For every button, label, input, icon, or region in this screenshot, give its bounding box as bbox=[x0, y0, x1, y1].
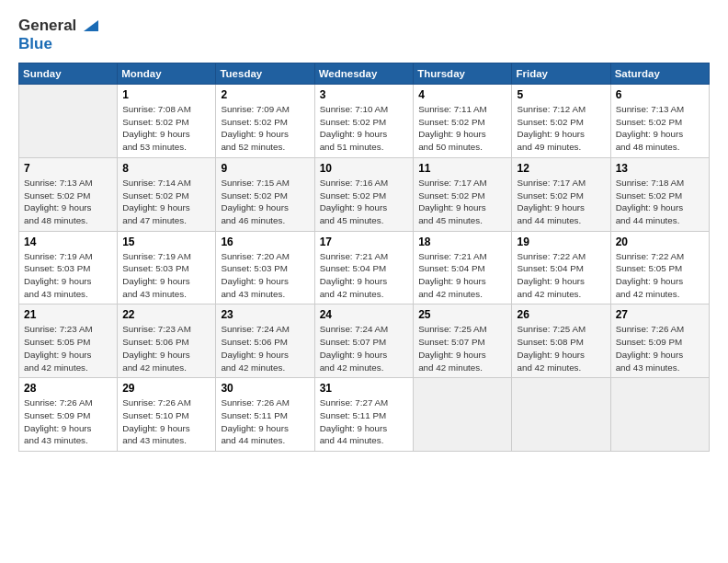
calendar-cell: 9Sunrise: 7:15 AMSunset: 5:02 PMDaylight… bbox=[216, 157, 314, 231]
day-number: 24 bbox=[320, 308, 409, 321]
logo-icon bbox=[78, 15, 98, 35]
week-row-4: 28Sunrise: 7:26 AMSunset: 5:09 PMDayligh… bbox=[19, 378, 710, 452]
day-info: Sunrise: 7:17 AMSunset: 5:02 PMDaylight:… bbox=[517, 177, 605, 227]
day-number: 28 bbox=[24, 382, 112, 395]
calendar-cell bbox=[512, 378, 610, 452]
calendar-cell: 29Sunrise: 7:26 AMSunset: 5:10 PMDayligh… bbox=[118, 378, 216, 452]
day-number: 30 bbox=[221, 382, 309, 395]
calendar-cell: 5Sunrise: 7:12 AMSunset: 5:02 PMDaylight… bbox=[512, 85, 610, 158]
logo-blue: Blue bbox=[18, 35, 52, 52]
day-info: Sunrise: 7:22 AMSunset: 5:05 PMDaylight:… bbox=[616, 250, 704, 301]
calendar-cell: 3Sunrise: 7:10 AMSunset: 5:02 PMDaylight… bbox=[314, 85, 414, 158]
day-info: Sunrise: 7:16 AMSunset: 5:02 PMDaylight:… bbox=[320, 177, 409, 227]
header-saturday: Saturday bbox=[610, 63, 709, 85]
day-info: Sunrise: 7:15 AMSunset: 5:02 PMDaylight:… bbox=[221, 177, 309, 227]
calendar-cell: 10Sunrise: 7:16 AMSunset: 5:02 PMDayligh… bbox=[314, 157, 414, 231]
header-row: SundayMondayTuesdayWednesdayThursdayFrid… bbox=[19, 63, 710, 85]
day-number: 15 bbox=[122, 236, 210, 248]
day-info: Sunrise: 7:25 AMSunset: 5:07 PMDaylight:… bbox=[418, 323, 506, 373]
day-number: 13 bbox=[616, 162, 704, 175]
calendar-cell: 2Sunrise: 7:09 AMSunset: 5:02 PMDaylight… bbox=[216, 85, 314, 158]
calendar-cell: 7Sunrise: 7:13 AMSunset: 5:02 PMDaylight… bbox=[19, 157, 118, 231]
day-number: 9 bbox=[221, 162, 309, 175]
day-info: Sunrise: 7:19 AMSunset: 5:03 PMDaylight:… bbox=[24, 250, 112, 301]
day-number: 2 bbox=[221, 88, 309, 101]
header-sunday: Sunday bbox=[19, 63, 118, 85]
day-info: Sunrise: 7:08 AMSunset: 5:02 PMDaylight:… bbox=[122, 103, 210, 154]
calendar-cell: 23Sunrise: 7:24 AMSunset: 5:06 PMDayligh… bbox=[216, 304, 314, 378]
day-number: 26 bbox=[517, 308, 605, 321]
header-thursday: Thursday bbox=[414, 63, 512, 85]
calendar-cell: 16Sunrise: 7:20 AMSunset: 5:03 PMDayligh… bbox=[216, 231, 314, 304]
day-info: Sunrise: 7:26 AMSunset: 5:09 PMDaylight:… bbox=[24, 396, 112, 447]
header: General Blue bbox=[18, 17, 710, 53]
day-info: Sunrise: 7:12 AMSunset: 5:02 PMDaylight:… bbox=[517, 103, 605, 154]
day-number: 6 bbox=[616, 88, 704, 101]
day-number: 23 bbox=[221, 308, 309, 321]
day-info: Sunrise: 7:11 AMSunset: 5:02 PMDaylight:… bbox=[418, 103, 506, 154]
day-info: Sunrise: 7:26 AMSunset: 5:10 PMDaylight:… bbox=[122, 396, 210, 447]
calendar-cell: 30Sunrise: 7:26 AMSunset: 5:11 PMDayligh… bbox=[216, 378, 314, 452]
day-info: Sunrise: 7:26 AMSunset: 5:09 PMDaylight:… bbox=[616, 323, 704, 373]
day-info: Sunrise: 7:27 AMSunset: 5:11 PMDaylight:… bbox=[320, 396, 409, 447]
header-monday: Monday bbox=[118, 63, 216, 85]
day-info: Sunrise: 7:22 AMSunset: 5:04 PMDaylight:… bbox=[517, 250, 605, 301]
calendar-header: SundayMondayTuesdayWednesdayThursdayFrid… bbox=[19, 63, 710, 85]
day-number: 3 bbox=[320, 88, 409, 101]
calendar-cell: 22Sunrise: 7:23 AMSunset: 5:06 PMDayligh… bbox=[118, 304, 216, 378]
day-info: Sunrise: 7:23 AMSunset: 5:05 PMDaylight:… bbox=[24, 323, 112, 373]
calendar-body: 1Sunrise: 7:08 AMSunset: 5:02 PMDaylight… bbox=[19, 85, 710, 452]
calendar-cell: 11Sunrise: 7:17 AMSunset: 5:02 PMDayligh… bbox=[414, 157, 512, 231]
calendar-table: SundayMondayTuesdayWednesdayThursdayFrid… bbox=[18, 63, 710, 452]
header-friday: Friday bbox=[512, 63, 610, 85]
day-number: 11 bbox=[418, 162, 506, 175]
day-number: 18 bbox=[418, 236, 506, 248]
calendar-cell: 26Sunrise: 7:25 AMSunset: 5:08 PMDayligh… bbox=[512, 304, 610, 378]
day-number: 16 bbox=[221, 236, 309, 248]
day-number: 27 bbox=[616, 308, 704, 321]
day-number: 17 bbox=[320, 236, 409, 248]
day-number: 21 bbox=[24, 308, 112, 321]
day-info: Sunrise: 7:13 AMSunset: 5:02 PMDaylight:… bbox=[24, 177, 112, 227]
day-info: Sunrise: 7:21 AMSunset: 5:04 PMDaylight:… bbox=[320, 250, 409, 301]
calendar-cell: 15Sunrise: 7:19 AMSunset: 5:03 PMDayligh… bbox=[118, 231, 216, 304]
calendar-cell: 28Sunrise: 7:26 AMSunset: 5:09 PMDayligh… bbox=[19, 378, 118, 452]
calendar-cell bbox=[19, 85, 118, 158]
day-number: 14 bbox=[24, 236, 112, 248]
day-number: 29 bbox=[122, 382, 210, 395]
logo-general: General bbox=[18, 17, 76, 35]
calendar-cell: 1Sunrise: 7:08 AMSunset: 5:02 PMDaylight… bbox=[118, 85, 216, 158]
calendar-cell bbox=[414, 378, 512, 452]
calendar-cell: 6Sunrise: 7:13 AMSunset: 5:02 PMDaylight… bbox=[610, 85, 709, 158]
day-info: Sunrise: 7:25 AMSunset: 5:08 PMDaylight:… bbox=[517, 323, 605, 373]
day-number: 10 bbox=[320, 162, 409, 175]
day-info: Sunrise: 7:24 AMSunset: 5:06 PMDaylight:… bbox=[221, 323, 309, 373]
calendar-cell: 18Sunrise: 7:21 AMSunset: 5:04 PMDayligh… bbox=[414, 231, 512, 304]
day-number: 5 bbox=[517, 88, 605, 101]
calendar-cell: 19Sunrise: 7:22 AMSunset: 5:04 PMDayligh… bbox=[512, 231, 610, 304]
day-info: Sunrise: 7:14 AMSunset: 5:02 PMDaylight:… bbox=[122, 177, 210, 227]
day-number: 19 bbox=[517, 236, 605, 248]
header-tuesday: Tuesday bbox=[216, 63, 314, 85]
day-info: Sunrise: 7:19 AMSunset: 5:03 PMDaylight:… bbox=[122, 250, 210, 301]
day-info: Sunrise: 7:23 AMSunset: 5:06 PMDaylight:… bbox=[122, 323, 210, 373]
calendar-cell: 17Sunrise: 7:21 AMSunset: 5:04 PMDayligh… bbox=[314, 231, 414, 304]
calendar-cell bbox=[610, 378, 709, 452]
day-number: 12 bbox=[517, 162, 605, 175]
calendar-cell: 12Sunrise: 7:17 AMSunset: 5:02 PMDayligh… bbox=[512, 157, 610, 231]
day-number: 25 bbox=[418, 308, 506, 321]
day-number: 31 bbox=[320, 382, 409, 395]
calendar-cell: 20Sunrise: 7:22 AMSunset: 5:05 PMDayligh… bbox=[610, 231, 709, 304]
day-number: 8 bbox=[122, 162, 210, 175]
day-info: Sunrise: 7:18 AMSunset: 5:02 PMDaylight:… bbox=[616, 177, 704, 227]
calendar-cell: 14Sunrise: 7:19 AMSunset: 5:03 PMDayligh… bbox=[19, 231, 118, 304]
calendar-cell: 24Sunrise: 7:24 AMSunset: 5:07 PMDayligh… bbox=[314, 304, 414, 378]
day-info: Sunrise: 7:17 AMSunset: 5:02 PMDaylight:… bbox=[418, 177, 506, 227]
day-info: Sunrise: 7:13 AMSunset: 5:02 PMDaylight:… bbox=[616, 103, 704, 154]
page: General Blue SundayMondayTuesdayWednesda… bbox=[0, 0, 728, 563]
day-number: 1 bbox=[122, 88, 210, 101]
day-number: 20 bbox=[616, 236, 704, 248]
logo: General Blue bbox=[18, 17, 98, 53]
calendar-cell: 21Sunrise: 7:23 AMSunset: 5:05 PMDayligh… bbox=[19, 304, 118, 378]
day-info: Sunrise: 7:24 AMSunset: 5:07 PMDaylight:… bbox=[320, 323, 409, 373]
